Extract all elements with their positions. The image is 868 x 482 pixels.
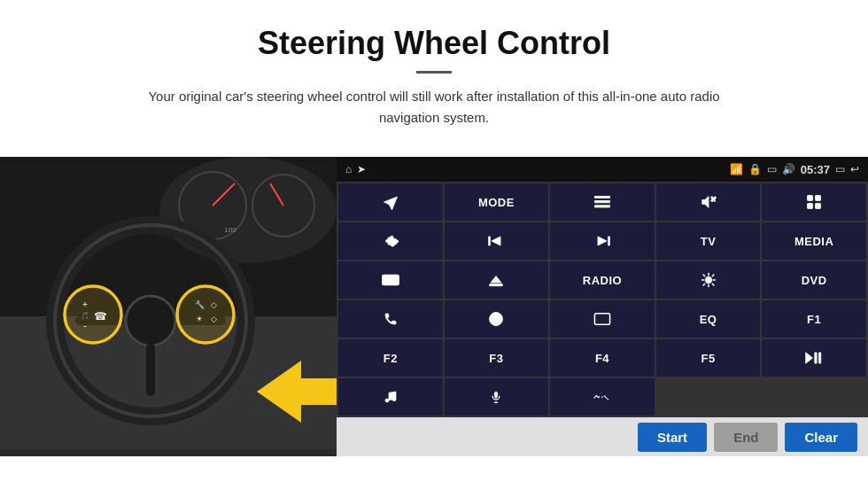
btn-navigate[interactable] (338, 183, 443, 221)
btn-screen[interactable] (550, 300, 655, 338)
btn-f1[interactable]: F1 (762, 300, 866, 338)
header-section: Steering Wheel Control Your original car… (0, 0, 868, 143)
home-icon: ⌂ (345, 163, 352, 175)
svg-rect-41 (594, 314, 609, 324)
btn-brightness[interactable] (656, 261, 761, 299)
status-right: 📶 🔒 ▭ 🔊 05:37 ▭ ↩ (730, 163, 859, 176)
button-grid: MODE (337, 182, 868, 417)
svg-text:◇: ◇ (211, 315, 217, 323)
btn-apps[interactable] (762, 183, 866, 221)
page-subtitle: Your original car's steering wheel contr… (124, 86, 744, 128)
svg-point-1 (159, 157, 337, 263)
btn-list[interactable] (550, 183, 655, 221)
btn-tv[interactable]: TV (656, 222, 761, 260)
btn-mic[interactable] (445, 378, 549, 416)
bottom-bar: Start End Clear (337, 417, 868, 456)
time-display: 05:37 (801, 163, 830, 176)
page-wrapper: Steering Wheel Control Your original car… (0, 0, 868, 456)
svg-text:🎵: 🎵 (81, 311, 89, 320)
btn-360[interactable]: 360° (338, 261, 443, 299)
svg-rect-47 (495, 392, 499, 398)
nav-icon: ➤ (357, 163, 366, 175)
svg-rect-44 (819, 353, 821, 363)
btn-f4[interactable]: F4 (550, 339, 655, 377)
svg-text:-: - (83, 320, 87, 330)
svg-text:☎: ☎ (94, 310, 107, 323)
svg-rect-27 (594, 201, 610, 203)
svg-point-45 (385, 399, 389, 402)
sd-icon: ▭ (767, 163, 777, 175)
wifi-icon: 📶 (730, 163, 743, 175)
svg-marker-35 (491, 276, 501, 284)
svg-point-46 (392, 398, 396, 401)
clear-button[interactable]: Clear (785, 423, 857, 452)
svg-text:360°: 360° (384, 278, 397, 284)
svg-rect-43 (815, 353, 817, 363)
svg-rect-14 (146, 343, 155, 396)
svg-text:◇: ◇ (211, 300, 217, 309)
btn-mute[interactable] (656, 183, 761, 221)
btn-f3[interactable]: F3 (445, 339, 549, 377)
btn-media[interactable]: MEDIA (762, 222, 866, 260)
btn-browser[interactable] (445, 300, 549, 338)
svg-rect-32 (816, 204, 821, 209)
btn-prev[interactable] (445, 222, 549, 260)
svg-rect-30 (816, 196, 821, 201)
status-left: ⌂ ➤ (345, 163, 366, 175)
svg-rect-31 (808, 204, 813, 209)
svg-text:☀: ☀ (196, 315, 203, 323)
bt-icon: 🔊 (782, 163, 795, 175)
svg-rect-28 (594, 206, 610, 207)
sw-background: 0 100 (0, 157, 337, 449)
svg-rect-36 (490, 284, 503, 286)
btn-radio[interactable]: RADIO (550, 261, 655, 299)
btn-eq[interactable]: EQ (656, 300, 761, 338)
dashboard-svg: 0 100 (0, 157, 337, 449)
svg-point-16 (177, 286, 234, 343)
steering-image: 0 100 (0, 157, 337, 456)
title-divider (416, 71, 452, 74)
svg-rect-26 (594, 196, 610, 198)
btn-mode[interactable]: MODE (445, 183, 549, 221)
svg-marker-42 (806, 353, 813, 363)
btn-settings[interactable] (338, 222, 443, 260)
svg-point-37 (705, 276, 712, 284)
lock-icon: 🔒 (748, 163, 762, 175)
end-button[interactable]: End (714, 423, 778, 452)
btn-next[interactable] (550, 222, 655, 260)
status-bar: ⌂ ➤ 📶 🔒 ▭ 🔊 05:37 ▭ ↩ (337, 157, 868, 182)
svg-point-11 (126, 296, 175, 346)
svg-text:+: + (82, 299, 88, 309)
content-section: 0 100 (0, 157, 868, 456)
btn-f5[interactable]: F5 (656, 339, 761, 377)
btn-f2[interactable]: F2 (338, 339, 443, 377)
svg-rect-29 (808, 196, 813, 201)
btn-playpause[interactable] (762, 339, 866, 377)
btn-phone[interactable] (338, 300, 443, 338)
window-icon: ▭ (835, 163, 845, 175)
control-panel: ⌂ ➤ 📶 🔒 ▭ 🔊 05:37 ▭ ↩ (337, 157, 868, 456)
btn-vol-phone[interactable] (550, 378, 655, 416)
svg-text:🔧: 🔧 (195, 299, 205, 310)
page-title: Steering Wheel Control (53, 25, 815, 62)
svg-text:100: 100 (224, 226, 236, 234)
btn-eject[interactable] (445, 261, 549, 299)
back-icon: ↩ (850, 163, 859, 175)
btn-music[interactable] (338, 378, 443, 416)
btn-dvd[interactable]: DVD (762, 261, 866, 299)
start-button[interactable]: Start (638, 423, 707, 452)
